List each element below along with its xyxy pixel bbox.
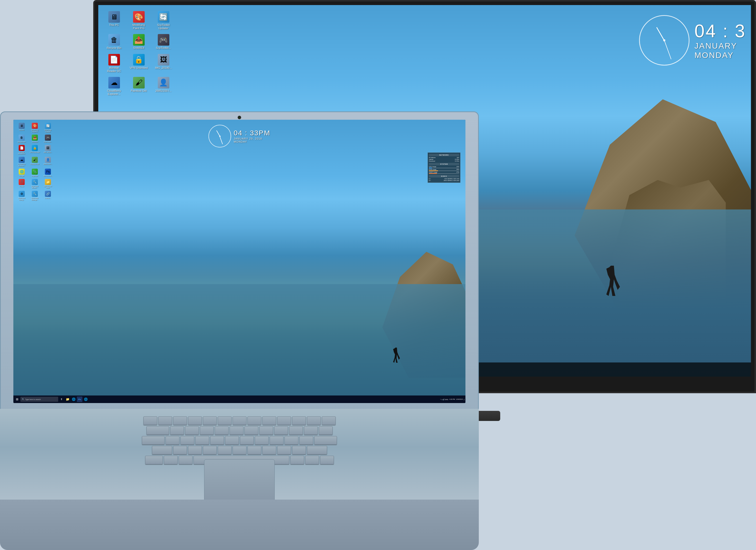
- clock-center: [663, 39, 665, 41]
- laptop-icon-this-pc[interactable]: 🖥 This PC: [16, 122, 27, 133]
- laptop-icon-scptoolkit6[interactable]: 🔧 ScpToolkit Settings...: [29, 190, 41, 201]
- key[interactable]: [277, 416, 291, 425]
- key[interactable]: [274, 426, 288, 435]
- laptop-icon-linkme[interactable]: 🔗 Linkme...: [42, 190, 54, 201]
- taskbar-browser[interactable]: 🌐: [71, 396, 76, 402]
- key[interactable]: [188, 416, 202, 425]
- key[interactable]: [262, 446, 276, 454]
- key[interactable]: [262, 416, 276, 425]
- key[interactable]: [180, 436, 194, 445]
- key[interactable]: [304, 426, 318, 435]
- key[interactable]: [299, 436, 313, 445]
- laptop-icon-vpn2[interactable]: 🔒 VPN Unlimited: [29, 144, 41, 155]
- key[interactable]: [200, 426, 214, 435]
- laptop-icon-scptoolkit5[interactable]: ⚙ ScpToolkit Stiting...: [16, 190, 27, 201]
- key[interactable]: [277, 446, 291, 454]
- desktop-icon-painttool[interactable]: 🖌 Painttool SAI: [128, 76, 149, 97]
- key[interactable]: [185, 426, 199, 435]
- key[interactable]: [215, 426, 229, 435]
- key[interactable]: [233, 416, 246, 425]
- desktop-icon-img[interactable]: 🖼 IMG_20180...: [153, 53, 174, 74]
- key[interactable]: [244, 426, 258, 435]
- disks-section-title: DISKS: [429, 175, 459, 177]
- desktop-icon-img2[interactable]: 👤 26852150 I...: [153, 76, 174, 97]
- key[interactable]: [143, 416, 157, 425]
- show-desktop[interactable]: ▯: [464, 399, 464, 400]
- key[interactable]: [259, 426, 273, 435]
- laptop-icon-recycle[interactable]: 🗑 Recycle Bin: [16, 134, 27, 143]
- taskbar-ps[interactable]: Ps: [77, 396, 82, 402]
- desktop-icon-adobe[interactable]: 📄 Acrobat Reader DC: [103, 53, 125, 74]
- laptop-icon-sharex2[interactable]: 📤 SHAREit: [29, 134, 41, 143]
- desktop-icon-this-pc[interactable]: 🖥 This PC: [103, 10, 125, 31]
- key-ctrl-l[interactable]: [145, 456, 163, 464]
- key-shift-l[interactable]: [152, 446, 172, 454]
- desktop-icon-vpn[interactable]: 🔒 VPN Unlimited: [128, 53, 149, 74]
- key[interactable]: [166, 436, 179, 445]
- key[interactable]: [203, 446, 217, 454]
- key[interactable]: [225, 436, 239, 445]
- key[interactable]: [218, 446, 232, 454]
- key[interactable]: [289, 426, 303, 435]
- key[interactable]: [173, 416, 187, 425]
- key[interactable]: [188, 446, 202, 454]
- desktop-icon-medibang[interactable]: 🎨 MediBang Paint Pro: [128, 10, 149, 31]
- laptop-icon-folder[interactable]: 📁 Ske Alive B Atlas: [42, 178, 54, 189]
- desktop-icon-cloudberry[interactable]: ☁ CloudBerry Explorer...: [103, 76, 125, 97]
- key[interactable]: [233, 446, 246, 454]
- taskbar-file-explorer[interactable]: 📁: [65, 396, 70, 402]
- key-alt-r[interactable]: [290, 456, 304, 464]
- laptop-icon-img3[interactable]: 🖼 IMG_2018...: [42, 144, 54, 155]
- key[interactable]: [218, 416, 232, 425]
- taskbar-search-box[interactable]: 🔍 Type here to search: [20, 397, 58, 402]
- key-tab[interactable]: [146, 426, 169, 435]
- key-win[interactable]: [164, 456, 178, 464]
- desktop-icon-sharex[interactable]: 📤 SHAREit: [128, 33, 149, 51]
- laptop-icon-popclip[interactable]: 📎 PopClips: [29, 168, 41, 177]
- laptop-icon-scptoolkit3[interactable]: 🎮 ScpToolkit...: [42, 134, 54, 143]
- laptop-sharex2-label: SHAREit: [32, 141, 38, 143]
- key[interactable]: [170, 426, 184, 435]
- laptop-icon-img4[interactable]: 👤 26852150 I...: [42, 156, 54, 167]
- key[interactable]: [203, 416, 217, 425]
- key[interactable]: [292, 446, 306, 454]
- key[interactable]: [270, 436, 283, 445]
- key[interactable]: [195, 436, 209, 445]
- key-fn[interactable]: [305, 456, 319, 464]
- key[interactable]: [322, 416, 336, 425]
- key-enter[interactable]: [314, 436, 337, 445]
- key[interactable]: [173, 446, 187, 454]
- key[interactable]: [255, 436, 269, 445]
- key-caps[interactable]: [142, 436, 165, 445]
- laptop-icon-scptoolkit4[interactable]: 🔧 ScpToolkit Moster...: [29, 178, 41, 189]
- key[interactable]: [319, 426, 333, 435]
- taskbar-cortana[interactable]: 🎙: [59, 396, 64, 402]
- key[interactable]: [230, 426, 243, 435]
- laptop-icon-itunes[interactable]: 🎵 iTunes: [16, 178, 27, 189]
- key[interactable]: [210, 436, 224, 445]
- start-button[interactable]: ⊞: [14, 396, 20, 402]
- laptop-icon-ps[interactable]: Ps Ske Alive B...: [42, 168, 54, 177]
- key[interactable]: [292, 416, 306, 425]
- key[interactable]: [240, 436, 254, 445]
- laptop-icon-adobe2[interactable]: 📄 Acrobat ReaderDC: [16, 144, 27, 155]
- touchpad[interactable]: [204, 459, 275, 502]
- taskbar-extra[interactable]: 🌐: [83, 396, 88, 402]
- laptop-icon-medibang[interactable]: 🎨 MediBang PaintPro: [29, 122, 41, 133]
- laptop-icon-scptoolkit[interactable]: 🔄 ScpToolkit Updater: [42, 122, 54, 133]
- key-ctrl-r[interactable]: [320, 456, 334, 464]
- desktop-icon-recycle-bin[interactable]: 🗑 Recycle Bin: [103, 33, 125, 51]
- desktop-icon-scptoolkit2[interactable]: 🎮 ScpToolkit...: [153, 33, 174, 51]
- key[interactable]: [285, 436, 298, 445]
- key[interactable]: [307, 416, 321, 425]
- key-shift-r[interactable]: [307, 446, 327, 454]
- laptop-icon-cloudberry2[interactable]: ☁ CloudBerry Explorer...: [16, 156, 27, 167]
- key[interactable]: [247, 416, 261, 425]
- key[interactable]: [158, 416, 172, 425]
- key[interactable]: [247, 446, 261, 454]
- laptop-icon-painttool2[interactable]: 🖌 Painttool SAI: [29, 156, 41, 167]
- key-alt-l[interactable]: [179, 456, 193, 464]
- desktop-icon-scptoolkit-updater[interactable]: 🔄 ScpToolkit Updater: [153, 10, 174, 31]
- laptop-recycle-icon: 🗑: [19, 135, 25, 141]
- laptop-icon-google[interactable]: 🌐 Google: [16, 168, 27, 177]
